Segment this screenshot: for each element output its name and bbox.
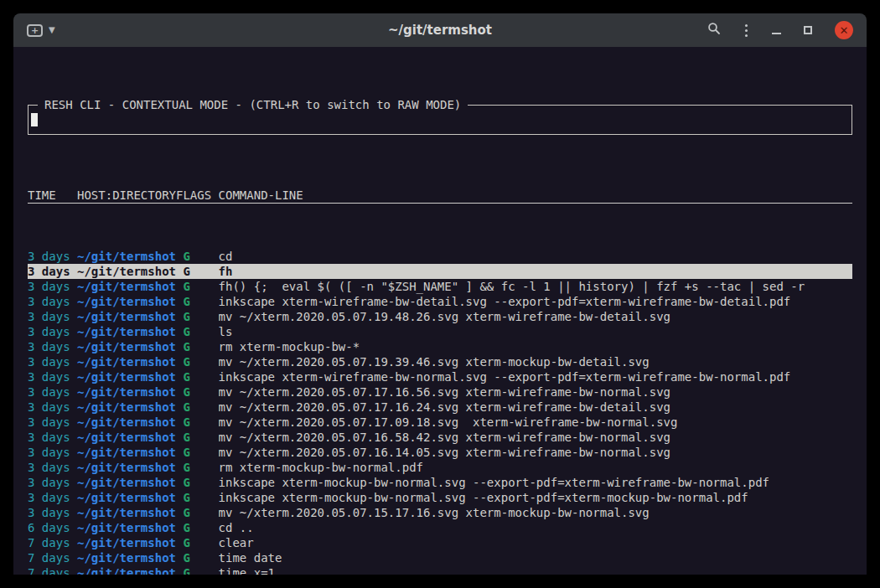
minimize-button[interactable] [772, 33, 781, 34]
row-flags: G [183, 415, 218, 430]
row-command: rm xterm-mockup-bw-* [219, 339, 852, 354]
row-command: mv ~/xterm.2020.05.07.19.48.26.svg xterm… [219, 309, 852, 324]
terminal-window: + ▼ ~/git/termshot ✕ RESH CLI - CONTEXTU… [13, 13, 867, 575]
row-directory: ~/git/termshot [77, 505, 183, 520]
chevron-down-icon[interactable]: ▼ [49, 26, 55, 34]
row-flags: G [183, 505, 218, 520]
row-time: 7 days [28, 535, 77, 550]
row-command: inkscape xterm-mockup-bw-normal.svg --ex… [219, 475, 852, 490]
header-time: TIME [28, 188, 77, 203]
history-row[interactable]: 3 days ~/git/termshot G ls [28, 324, 852, 339]
header-command: COMMAND-LINE [219, 188, 852, 203]
row-time: 3 days [28, 279, 77, 294]
row-time: 3 days [28, 475, 77, 490]
row-command: time x=1 [219, 565, 852, 575]
row-directory: ~/git/termshot [77, 249, 183, 264]
row-time: 3 days [28, 460, 77, 475]
row-flags: G [183, 400, 218, 415]
row-command: inkscape xterm-mockup-bw-normal.svg --ex… [219, 490, 852, 505]
history-row[interactable]: 7 days ~/git/termshot G time x=1 [28, 565, 852, 575]
row-flags: G [183, 460, 218, 475]
row-command: fh() {; eval $( ([ -n "$ZSH_NAME" ] && f… [219, 279, 852, 294]
row-flags: G [183, 309, 218, 324]
menu-kebab-icon[interactable] [743, 23, 749, 39]
history-row[interactable]: 3 days ~/git/termshot G mv ~/xterm.2020.… [28, 445, 852, 460]
row-time: 3 days [28, 384, 77, 400]
row-directory: ~/git/termshot [77, 490, 183, 505]
history-row[interactable]: 3 days ~/git/termshot G inkscape xterm-m… [28, 475, 852, 490]
history-row[interactable]: 3 days ~/git/termshot G fh [28, 264, 852, 279]
history-row[interactable]: 3 days ~/git/termshot G mv ~/xterm.2020.… [28, 400, 852, 415]
row-command: ls [219, 324, 852, 339]
row-directory: ~/git/termshot [77, 354, 183, 369]
search-icon[interactable] [707, 22, 721, 39]
history-row[interactable]: 3 days ~/git/termshot G mv ~/xterm.2020.… [28, 430, 852, 445]
row-directory: ~/git/termshot [77, 430, 183, 445]
history-header: TIME HOST:DIRECTORY FLAGS COMMAND-LINE [28, 188, 852, 204]
row-flags: G [183, 324, 218, 339]
row-time: 3 days [28, 505, 77, 520]
row-time: 3 days [28, 309, 77, 324]
row-flags: G [183, 475, 218, 490]
history-row[interactable]: 7 days ~/git/termshot G time date [28, 550, 852, 565]
row-time: 3 days [28, 400, 77, 415]
row-time: 3 days [28, 294, 77, 309]
row-command: mv ~/xterm.2020.05.07.19.39.46.svg xterm… [219, 354, 852, 369]
header-hostdir: HOST:DIRECTORY [77, 188, 176, 203]
row-time: 3 days [28, 249, 77, 264]
row-flags: G [183, 550, 218, 565]
history-row[interactable]: 3 days ~/git/termshot G fh() {; eval $( … [28, 279, 852, 294]
row-flags: G [183, 264, 218, 279]
resh-mode-title: RESH CLI - CONTEXTUAL MODE - (CTRL+R to … [38, 97, 468, 112]
history-row[interactable]: 3 days ~/git/termshot G mv ~/xterm.2020.… [28, 384, 852, 400]
history-row[interactable]: 3 days ~/git/termshot G rm xterm-mockup-… [28, 460, 852, 475]
row-time: 3 days [28, 490, 77, 505]
close-button[interactable]: ✕ [835, 21, 853, 39]
history-row[interactable]: 3 days ~/git/termshot G mv ~/xterm.2020.… [28, 309, 852, 324]
row-command: mv ~/xterm.2020.05.07.17.16.24.svg xterm… [219, 400, 852, 415]
row-command: mv ~/xterm.2020.05.07.17.09.18.svg xterm… [219, 415, 852, 430]
row-command: cd [219, 249, 852, 264]
history-row[interactable]: 3 days ~/git/termshot G inkscape xterm-m… [28, 490, 852, 505]
row-directory: ~/git/termshot [77, 369, 183, 384]
row-time: 3 days [28, 430, 77, 445]
row-command: mv ~/xterm.2020.05.07.17.16.56.svg xterm… [219, 384, 852, 400]
history-row[interactable]: 7 days ~/git/termshot G clear [28, 535, 852, 550]
row-flags: G [183, 249, 218, 264]
row-time: 3 days [28, 445, 77, 460]
row-flags: G [183, 445, 218, 460]
row-time: 3 days [28, 339, 77, 354]
row-flags: G [183, 520, 218, 535]
history-row[interactable]: 3 days ~/git/termshot G inkscape xterm-w… [28, 369, 852, 384]
row-flags: G [183, 354, 218, 369]
titlebar: + ▼ ~/git/termshot ✕ [13, 13, 867, 47]
new-tab-button[interactable]: + [27, 24, 43, 37]
row-command: inkscape xterm-wireframe-bw-detail.svg -… [219, 294, 852, 309]
resh-search-box[interactable]: RESH CLI - CONTEXTUAL MODE - (CTRL+R to … [28, 105, 852, 135]
history-row[interactable]: 3 days ~/git/termshot G inkscape xterm-w… [28, 294, 852, 309]
row-time: 3 days [28, 264, 77, 279]
row-time: 3 days [28, 354, 77, 369]
row-flags: G [183, 565, 218, 575]
row-directory: ~/git/termshot [77, 400, 183, 415]
row-directory: ~/git/termshot [77, 475, 183, 490]
history-row[interactable]: 3 days ~/git/termshot G rm xterm-mockup-… [28, 339, 852, 354]
history-row[interactable]: 3 days ~/git/termshot G mv ~/xterm.2020.… [28, 354, 852, 369]
history-row[interactable]: 3 days ~/git/termshot G mv ~/xterm.2020.… [28, 415, 852, 430]
row-directory: ~/git/termshot [77, 445, 183, 460]
row-directory: ~/git/termshot [77, 264, 183, 279]
row-flags: G [183, 294, 218, 309]
terminal-screen: RESH CLI - CONTEXTUAL MODE - (CTRL+R to … [13, 47, 867, 575]
row-command: mv ~/xterm.2020.05.07.16.14.05.svg xterm… [219, 445, 852, 460]
text-cursor [31, 113, 38, 126]
history-row[interactable]: 6 days ~/git/termshot G cd .. [28, 520, 852, 535]
row-time: 7 days [28, 565, 77, 575]
row-command: rm xterm-mockup-bw-normal.pdf [219, 460, 852, 475]
history-row[interactable]: 3 days ~/git/termshot G mv ~/xterm.2020.… [28, 505, 852, 520]
restore-button[interactable] [804, 26, 812, 34]
row-command: mv ~/xterm.2020.05.07.16.58.42.svg xterm… [219, 430, 852, 445]
row-directory: ~/git/termshot [77, 384, 183, 400]
history-row[interactable]: 3 days ~/git/termshot G cd [28, 249, 852, 264]
row-directory: ~/git/termshot [77, 309, 183, 324]
row-time: 7 days [28, 550, 77, 565]
